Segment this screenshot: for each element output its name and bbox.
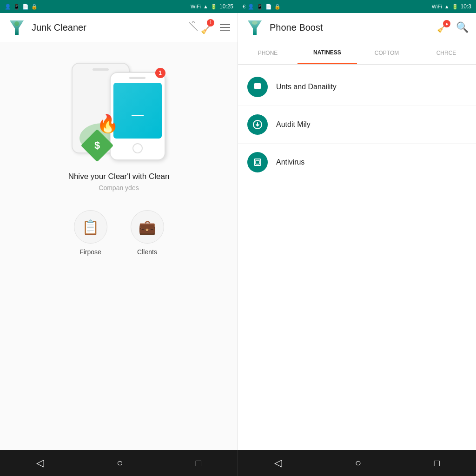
list-item[interactable]: Unts and Danaility (238, 68, 476, 106)
main-tagline: Nhive your Clear'l with Clean (68, 172, 170, 181)
list-item-text-1: Unts and Danaility (276, 83, 337, 91)
left-content-area: 🔥 $ ⎯⎯ 1 (0, 42, 238, 450)
square-button-right[interactable]: □ (425, 454, 449, 472)
right-status-bar: € 👤 📱 📄 🔒 WiFi ▲ 🔋 10:3 (238, 0, 476, 13)
file-status-icon2: 📄 (265, 4, 272, 10)
shield-icon-circle (247, 152, 268, 172)
action-buttons-row: 📋 Firpose 💼 Cllents (74, 210, 164, 256)
hamburger-menu[interactable] (220, 24, 230, 31)
dollar-icon: $ (86, 134, 109, 157)
tabs-bar: PHONE NATINESS COPTOM CHRCE (238, 42, 476, 65)
tab-phone[interactable]: PHONE (238, 42, 298, 64)
person-status-icon2: 👤 (248, 4, 254, 10)
tab-natiness[interactable]: NATINESS (298, 42, 357, 64)
phone-illustration: 🔥 $ ⎯⎯ 1 (68, 56, 170, 163)
battery-icon2: 🔋 (452, 4, 458, 10)
right-content-area: PHONE NATINESS COPTOM CHRCE (238, 42, 476, 450)
right-notification-btn[interactable]: 🧹 ● (437, 22, 449, 33)
lock-status-icon: 🔒 (31, 4, 38, 10)
right-time: 10:3 (461, 3, 471, 10)
list-container: Unts and Danaility Autdit Mily (238, 65, 476, 450)
list-item[interactable]: Antivirus (238, 144, 476, 181)
download-icon-circle (247, 114, 268, 135)
database-icon-circle (247, 77, 268, 97)
phone-status-icon2: 📱 (257, 4, 263, 10)
tab-coptom[interactable]: COPTOM (357, 42, 416, 64)
wifi-icon: WiFi (191, 4, 201, 9)
phone-notification-badge: 1 (155, 68, 165, 78)
signal-icon: ▲ (203, 4, 208, 9)
clients-label: Cllents (137, 248, 157, 256)
right-app-title: Phone Boost (270, 22, 437, 33)
svg-point-3 (252, 21, 258, 25)
sub-tagline: Compan ydes (99, 184, 139, 192)
clients-circle[interactable]: 💼 (131, 210, 164, 244)
lock-status-icon2: 🔒 (274, 4, 281, 10)
list-item-text-3: Antivirus (276, 158, 304, 166)
right-nav-bar: ◁ ○ □ (238, 450, 476, 476)
left-app-title: Junk Cleaner (32, 22, 188, 33)
phone-boost-logo (245, 18, 264, 37)
flame-icon: 🔥 (97, 113, 119, 134)
left-status-bar: 👤 📱 📄 🔒 WiFi ▲ 🔋 10:25 (0, 0, 238, 13)
notification-button[interactable]: 🧹 1 (188, 21, 212, 34)
left-nav-bar: ◁ ○ □ (0, 450, 238, 476)
signal-icon2: ▲ (444, 4, 450, 9)
home-button-right[interactable]: ○ (346, 453, 370, 473)
tab-chrce[interactable]: CHRCE (416, 42, 476, 64)
svg-rect-6 (254, 159, 261, 165)
battery-icon: 🔋 (211, 4, 217, 10)
left-app-bar: Junk Cleaner 🧹 1 (0, 13, 238, 42)
search-button[interactable]: 🔍 (456, 21, 469, 33)
right-notification-badge: ● (443, 20, 450, 27)
right-app-bar: Phone Boost 🧹 ● 🔍 (238, 13, 476, 42)
back-button-right[interactable]: ◁ (265, 453, 291, 473)
firpose-action[interactable]: 📋 Firpose (74, 210, 107, 256)
file-status-icon: 📄 (22, 4, 29, 10)
phone-status-icon: 📱 (13, 4, 20, 10)
svg-point-1 (14, 21, 19, 26)
square-button[interactable]: □ (186, 454, 211, 472)
svg-rect-7 (256, 160, 259, 164)
list-item[interactable]: Autdit Mily (238, 106, 476, 144)
briefcase-icon: 💼 (139, 219, 156, 235)
firpose-circle[interactable]: 📋 (74, 210, 107, 244)
firpose-label: Firpose (79, 248, 101, 256)
clipboard-icon: 📋 (82, 219, 99, 235)
home-button[interactable]: ○ (107, 453, 132, 473)
person-status-icon: 👤 (5, 4, 11, 10)
euro-status-icon: € (243, 4, 245, 9)
clients-action[interactable]: 💼 Cllents (131, 210, 164, 256)
wifi-icon2: WiFi (432, 4, 442, 9)
back-button[interactable]: ◁ (27, 453, 53, 473)
junk-cleaner-logo (7, 18, 26, 37)
list-item-text-2: Autdit Mily (276, 120, 311, 129)
notification-badge: 1 (207, 19, 214, 26)
left-time: 10:25 (219, 3, 233, 10)
